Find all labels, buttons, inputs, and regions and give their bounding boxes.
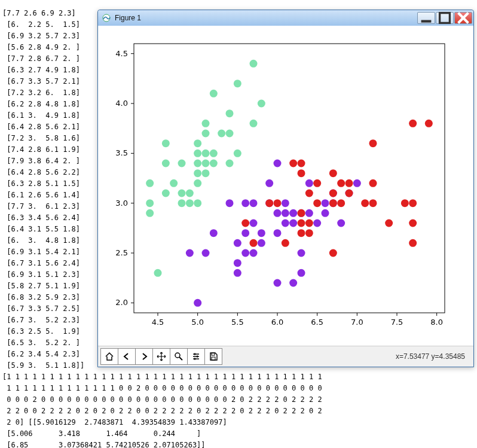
svg-point-80 [241,199,249,207]
svg-point-44 [178,160,186,167]
svg-point-125 [313,199,321,207]
svg-point-39 [162,160,170,167]
svg-point-127 [329,249,337,257]
figure-window: Figure 1 4.55.05.56.06.57.07.58.02.02.53… [97,10,474,367]
svg-point-105 [322,199,329,207]
svg-point-133 [345,190,353,197]
svg-point-34 [146,209,154,217]
svg-point-146 [175,353,180,358]
svg-point-54 [202,160,210,167]
toolbar: x=7.53477 y=4.35485 [98,346,473,367]
back-button[interactable] [118,348,136,365]
svg-rect-2 [440,13,450,23]
svg-point-61 [218,130,225,138]
svg-line-147 [179,357,182,360]
home-button[interactable] [100,348,118,365]
window-title: Figure 1 [115,14,417,22]
svg-point-74 [226,199,234,207]
svg-point-93 [282,209,289,217]
plot-area[interactable]: 4.55.05.56.06.57.07.58.02.02.53.03.54.04… [98,26,473,346]
svg-point-128 [329,199,337,207]
svg-point-141 [409,239,417,247]
svg-text:6.5: 6.5 [311,318,323,327]
svg-point-123 [305,220,313,227]
svg-point-101 [305,209,313,217]
svg-point-50 [194,160,201,167]
svg-point-77 [234,239,241,247]
svg-point-87 [265,179,273,187]
svg-point-112 [250,239,258,247]
svg-point-111 [241,220,249,227]
svg-text:4.5: 4.5 [115,49,128,58]
svg-text:2.5: 2.5 [115,248,128,257]
svg-point-95 [289,279,297,287]
svg-point-131 [337,199,345,207]
svg-point-65 [234,150,241,157]
titlebar[interactable]: Figure 1 [98,10,473,26]
svg-point-38 [162,190,170,197]
svg-point-49 [194,169,201,177]
svg-point-122 [305,229,313,237]
svg-text:7.5: 7.5 [391,318,403,327]
svg-point-43 [178,190,186,197]
svg-point-41 [170,179,178,187]
zoom-button[interactable] [170,348,188,365]
svg-point-94 [282,199,289,207]
svg-point-36 [146,179,154,187]
svg-point-53 [202,169,210,177]
svg-point-96 [289,220,297,227]
svg-point-138 [369,139,377,147]
svg-point-104 [322,209,329,217]
svg-rect-155 [212,357,215,360]
svg-text:6.0: 6.0 [271,318,284,327]
maximize-button[interactable] [436,12,454,24]
svg-point-135 [361,199,369,207]
svg-text:3.0: 3.0 [115,199,128,208]
svg-point-64 [226,109,234,117]
subplot-config-button[interactable] [187,348,205,365]
svg-point-124 [305,190,313,197]
svg-point-78 [241,249,249,257]
svg-point-142 [409,220,417,227]
forward-button[interactable] [135,348,153,365]
svg-point-46 [186,190,194,197]
svg-point-60 [210,90,218,97]
svg-point-88 [274,279,282,287]
svg-point-118 [298,220,305,227]
svg-text:5.5: 5.5 [231,318,244,327]
svg-point-134 [345,179,353,187]
svg-point-42 [178,199,186,207]
svg-point-47 [194,199,201,207]
save-button[interactable] [204,348,222,365]
svg-point-99 [298,249,305,257]
svg-point-48 [194,179,201,187]
svg-point-82 [250,220,258,227]
svg-point-57 [202,120,210,127]
svg-point-116 [289,160,297,167]
svg-text:8.0: 8.0 [430,318,443,327]
svg-point-120 [298,169,305,177]
svg-point-76 [234,259,241,267]
close-button[interactable] [454,12,472,24]
minimize-button[interactable] [417,12,435,24]
svg-point-98 [298,269,305,277]
svg-point-75 [234,269,241,277]
svg-point-137 [369,179,377,187]
svg-point-114 [274,199,282,207]
svg-point-58 [210,160,218,167]
svg-rect-153 [194,358,195,360]
svg-point-140 [401,199,409,207]
svg-point-59 [210,150,218,157]
svg-point-66 [234,80,241,87]
svg-text:3.5: 3.5 [115,148,128,157]
svg-point-81 [250,249,258,257]
svg-point-130 [329,169,337,177]
svg-point-89 [274,229,282,237]
svg-point-110 [353,179,361,187]
svg-point-90 [274,209,282,217]
svg-point-143 [409,199,417,207]
svg-point-102 [305,179,313,187]
svg-point-136 [369,199,377,207]
pan-button[interactable] [152,348,170,365]
svg-point-40 [162,139,170,147]
